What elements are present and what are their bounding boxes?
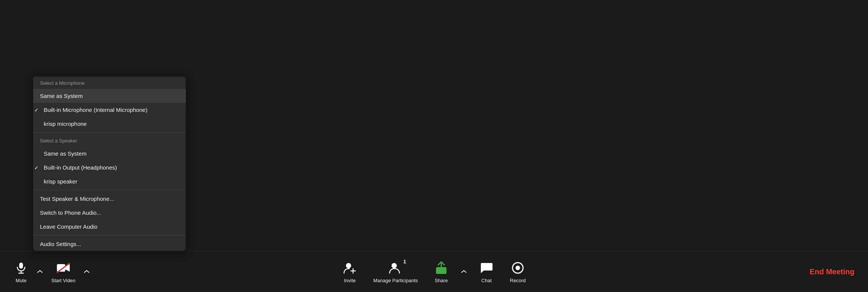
toolbar: Mute Start Video: [0, 251, 868, 292]
share-button[interactable]: Share: [428, 257, 455, 286]
toolbar-right-section: End Meeting: [804, 264, 860, 279]
mute-label: Mute: [16, 278, 27, 283]
microphone-section-header: Select a Microphone: [33, 76, 186, 89]
divider-1: [33, 132, 186, 133]
record-label: Record: [510, 278, 526, 283]
video-off-icon: [56, 260, 71, 275]
chat-button[interactable]: Chat: [473, 257, 500, 286]
share-icon: [434, 260, 449, 275]
mic-option-same-as-system[interactable]: Same as System: [33, 89, 186, 103]
invite-icon: [342, 260, 357, 275]
end-meeting-button[interactable]: End Meeting: [804, 264, 860, 279]
start-video-button[interactable]: Start Video: [45, 257, 81, 286]
mic-option-krisp[interactable]: krisp microphone: [33, 117, 186, 131]
svg-point-8: [392, 263, 397, 268]
speaker-option-builtin[interactable]: ✓ Built-in Output (Headphones): [33, 161, 186, 174]
speaker-option-label: Built-in Output (Headphones): [44, 164, 117, 171]
speaker-option-label: krisp speaker: [44, 178, 77, 185]
toolbar-center-section: Invite 1 Manage Participants: [336, 257, 531, 286]
share-label: Share: [435, 278, 448, 283]
manage-participants-label: Manage Participants: [373, 278, 418, 283]
record-icon: [510, 260, 525, 275]
divider-3: [33, 235, 186, 235]
divider-2: [33, 190, 186, 190]
mic-option-label: Same as System: [40, 93, 83, 99]
check-icon: ✓: [33, 165, 40, 171]
check-icon: ✓: [33, 107, 40, 113]
mute-button[interactable]: Mute: [8, 257, 35, 286]
manage-participants-button[interactable]: 1 Manage Participants: [367, 257, 424, 286]
audio-dropdown-menu: Select a Microphone Same as System ✓ Bui…: [33, 76, 186, 251]
speaker-section-header: Select a Speaker: [33, 134, 186, 147]
mic-option-builtin[interactable]: ✓ Built-in Microphone (Internal Micropho…: [33, 103, 186, 117]
mic-option-label: krisp microphone: [44, 121, 87, 127]
test-speaker-microphone[interactable]: Test Speaker & Microphone...: [33, 192, 186, 206]
microphone-icon: [14, 260, 29, 275]
toolbar-left-section: Mute Start Video: [8, 251, 92, 292]
speaker-option-label: Same as System: [44, 150, 86, 157]
svg-point-5: [346, 263, 351, 268]
video-chevron-button[interactable]: [81, 251, 92, 292]
invite-button[interactable]: Invite: [336, 257, 363, 286]
speaker-option-same-as-system[interactable]: Same as System: [33, 147, 186, 161]
invite-label: Invite: [344, 278, 356, 283]
switch-to-phone-audio[interactable]: Switch to Phone Audio...: [33, 206, 186, 220]
start-video-label: Start Video: [51, 278, 75, 283]
svg-rect-0: [19, 263, 23, 269]
mic-option-label: Built-in Microphone (Internal Microphone…: [44, 107, 147, 113]
participants-count-badge: 1: [403, 259, 406, 264]
participants-icon: 1: [388, 260, 403, 275]
chat-label: Chat: [481, 278, 491, 283]
share-chevron-button[interactable]: [459, 260, 469, 283]
chat-icon: [479, 260, 494, 275]
audio-settings[interactable]: Audio Settings...: [33, 237, 186, 251]
audio-chevron-button[interactable]: [35, 251, 45, 292]
speaker-option-krisp[interactable]: krisp speaker: [33, 174, 186, 188]
svg-point-12: [516, 266, 520, 270]
leave-computer-audio[interactable]: Leave Computer Audio: [33, 220, 186, 234]
record-button[interactable]: Record: [504, 257, 532, 286]
